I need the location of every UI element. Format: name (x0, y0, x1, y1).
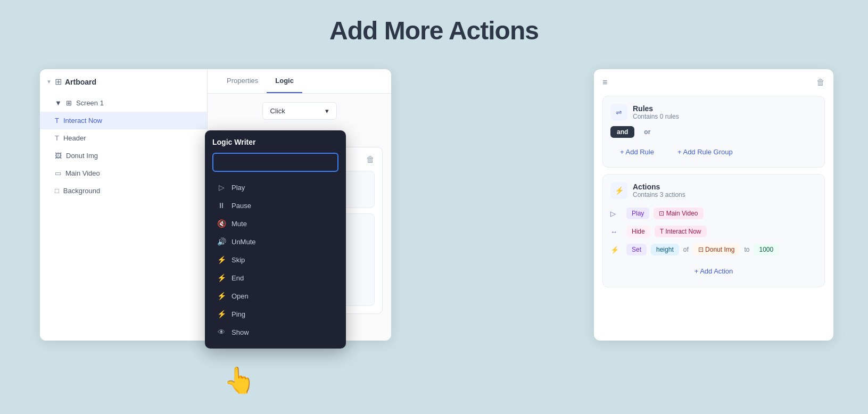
add-rule-group-button[interactable]: + Add Rule Group (670, 144, 740, 160)
pause-menu-label: Pause (232, 202, 251, 210)
menu-item-play[interactable]: ▷ Play (212, 178, 338, 196)
menu-item-ping[interactable]: ⚡ Ping (212, 305, 338, 323)
sidebar-item-interact-now[interactable]: T Interact Now (40, 112, 207, 129)
mute-menu-label: Mute (232, 220, 247, 228)
ping-menu-label: Ping (232, 310, 245, 318)
right-rules-icon: ⇌ (610, 104, 627, 121)
menu-item-show[interactable]: 👁 Show (212, 323, 338, 341)
and-button[interactable]: and (610, 126, 634, 138)
right-action-row-set: ⚡ Set height of ⊡ Donut Img to 1000 (610, 241, 817, 259)
right-actions-title: Actions (633, 183, 685, 191)
show-menu-label: Show (232, 328, 249, 336)
hamburger-icon[interactable]: ≡ (602, 78, 607, 87)
artboard-label: Artboard (65, 78, 96, 86)
rules-add-row: + Add Rule + Add Rule Group (613, 144, 817, 160)
right-rules-header: ⇌ Rules Contains 0 rules (610, 104, 817, 121)
chevron-icon: ▼ (46, 79, 52, 85)
page-title: Add More Actions (0, 0, 868, 45)
skip-menu-icon: ⚡ (217, 255, 226, 264)
right-hide-icon: ↔ (610, 228, 622, 236)
menu-item-open[interactable]: ⚡ Open (212, 287, 338, 305)
right-actions-icon: ⚡ (610, 182, 627, 199)
chevron-down-icon: ▾ (325, 107, 329, 115)
sidebar-item-header[interactable]: T Header (40, 129, 207, 147)
right-value-tag: 1000 (754, 244, 779, 255)
menu-item-unmute[interactable]: 🔊 UnMute (212, 233, 338, 251)
add-rule-button[interactable]: + Add Rule (613, 144, 662, 160)
right-to-label: to (744, 246, 749, 253)
menu-item-pause[interactable]: ⏸ Pause (212, 196, 338, 214)
and-or-group: and or (610, 126, 817, 138)
delete-block-icon[interactable]: 🗑 (366, 155, 375, 164)
right-set-tag: Set (626, 244, 647, 255)
tab-properties[interactable]: Properties (218, 69, 267, 93)
panel-tabs: Properties Logic (208, 69, 391, 94)
logic-writer-title: Logic Writer (212, 138, 338, 146)
right-main-video-tag: ⊡ Main Video (654, 208, 703, 219)
right-set-icon: ⚡ (610, 246, 622, 254)
right-rules-subtitle: Contains 0 rules (633, 113, 679, 120)
menu-item-mute[interactable]: 🔇 Mute (212, 214, 338, 233)
main-video-label: Main Video (65, 169, 100, 177)
interact-now-label: Interact Now (63, 117, 102, 125)
sidebar-item-background[interactable]: □ Background (40, 182, 207, 200)
pause-menu-icon: ⏸ (217, 201, 226, 210)
menu-item-skip[interactable]: ⚡ Skip (212, 251, 338, 269)
sidebar-item-donut-img[interactable]: 🖼 Donut Img (40, 147, 207, 164)
open-menu-label: Open (232, 292, 249, 300)
menu-item-end[interactable]: ⚡ End (212, 269, 338, 287)
sidebar: ▼ ⊞ Artboard ▼ ⊞ Screen 1 T Interact Now… (40, 69, 208, 341)
image-icon: 🖼 (55, 152, 62, 160)
mute-menu-icon: 🔇 (217, 219, 226, 228)
right-rules-block: ⇌ Rules Contains 0 rules and or + Add Ru… (602, 96, 825, 168)
logic-writer-input[interactable] (212, 153, 338, 172)
trigger-label: Click (270, 107, 285, 115)
ping-menu-icon: ⚡ (217, 310, 226, 318)
right-add-action-button[interactable]: + Add Action (610, 263, 817, 279)
right-actions-block: ⚡ Actions Contains 3 actions ▷ Play ⊡ Ma… (602, 174, 825, 287)
header-label: Header (63, 134, 86, 142)
right-interact-now-tag: T Interact Now (655, 226, 707, 237)
or-button[interactable]: or (638, 126, 657, 138)
chevron-icon: ▼ (55, 99, 62, 107)
unmute-menu-icon: 🔊 (217, 237, 226, 246)
end-menu-icon: ⚡ (217, 274, 226, 282)
right-play-tag: Play (626, 208, 649, 219)
right-hide-tag: Hide (626, 226, 650, 237)
text-icon: T (55, 117, 59, 125)
sidebar-item-main-video[interactable]: ▭ Main Video (40, 164, 207, 182)
right-action-row-play: ▷ Play ⊡ Main Video (610, 204, 817, 222)
trash-icon[interactable]: 🗑 (816, 78, 825, 87)
trigger-select[interactable]: Click ▾ (262, 102, 337, 120)
right-actions-header: ⚡ Actions Contains 3 actions (610, 182, 817, 199)
right-panel: ≡ 🗑 ⇌ Rules Contains 0 rules and or + Ad… (594, 69, 833, 341)
right-donut-img-tag: ⊡ Donut Img (693, 244, 740, 255)
text-icon: T (55, 134, 59, 142)
right-of-label: of (683, 246, 689, 253)
play-menu-icon: ▷ (217, 183, 226, 192)
play-menu-label: Play (232, 184, 245, 192)
screen-grid-icon: ⊞ (66, 99, 72, 107)
unmute-menu-label: UnMute (232, 238, 256, 246)
end-menu-label: End (232, 274, 244, 282)
show-menu-icon: 👁 (217, 328, 226, 336)
open-menu-icon: ⚡ (217, 292, 226, 300)
sidebar-item-screen1[interactable]: ▼ ⊞ Screen 1 (40, 94, 207, 112)
rect-icon: □ (55, 187, 59, 195)
right-play-icon: ▷ (610, 210, 622, 218)
screen-label: Screen 1 (76, 99, 104, 107)
right-action-row-hide: ↔ Hide T Interact Now (610, 222, 817, 241)
logic-writer-panel: Logic Writer ▷ Play ⏸ Pause 🔇 Mute 🔊 UnM… (205, 130, 346, 349)
artboard-header[interactable]: ▼ ⊞ Artboard (40, 69, 207, 94)
trigger-row: Click ▾ (216, 102, 383, 120)
tab-logic[interactable]: Logic (267, 69, 302, 93)
donut-img-label: Donut Img (66, 152, 98, 160)
video-icon: ▭ (55, 169, 61, 177)
artboard-grid-icon: ⊞ (55, 77, 62, 87)
background-label: Background (63, 187, 100, 195)
right-height-tag: height (651, 244, 679, 255)
right-actions-subtitle: Contains 3 actions (633, 191, 685, 198)
cursor-hand-icon: 👆 (224, 366, 255, 395)
right-rules-title: Rules (633, 104, 679, 113)
right-panel-header: ≡ 🗑 (602, 78, 825, 87)
